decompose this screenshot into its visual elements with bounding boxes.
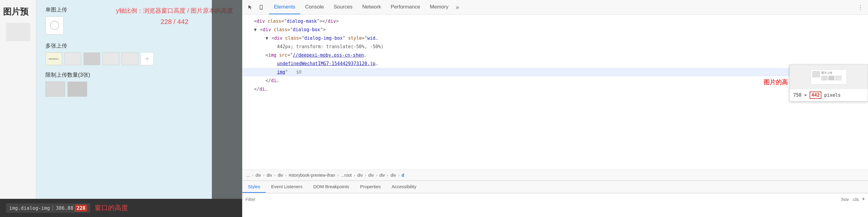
bottom-panel: Styles Event Listeners DOM Breakpoints P… xyxy=(242,181,868,217)
single-upload-box[interactable] xyxy=(45,16,64,34)
bottom-tab-event-listeners[interactable]: Event Listeners xyxy=(266,181,308,193)
preview-inner-box-1 xyxy=(822,76,828,80)
limit-upload-row xyxy=(45,82,236,97)
more-tabs-button[interactable]: » xyxy=(453,4,462,10)
tab-elements[interactable]: Elements xyxy=(269,0,300,14)
tree-line-5: <img src="//deepexi-moby.oss-cn-shen… xyxy=(242,51,868,59)
elements-tree[interactable]: <div class="dialog-mask"></div> ▼ <div c… xyxy=(242,15,868,170)
element-tooltip: 图片上传 750 × 442 pixels xyxy=(789,64,868,102)
upload-thumb-5 xyxy=(122,52,138,65)
filter-input[interactable] xyxy=(245,197,837,202)
limit-upload-label: 限制上传数量(3张) xyxy=(45,71,236,79)
bottom-tab-dom-breakpoints[interactable]: DOM Breakpoints xyxy=(308,181,354,193)
tab-sources[interactable]: Sources xyxy=(329,0,357,14)
upload-thumb-2 xyxy=(64,52,81,65)
breadcrumb-d[interactable]: d xyxy=(400,172,406,178)
mobile-icon-button[interactable] xyxy=(256,2,267,13)
devtools-tabs: Elements Console Sources Network Perform… xyxy=(269,0,453,14)
bottom-tab-styles[interactable]: Styles xyxy=(242,181,266,193)
webpage-content: 单图上传 多张上传 BA00001 + 限制上传数量(3张) xyxy=(36,0,242,199)
breadcrumb-storybook[interactable]: #storybook-preview-ifran xyxy=(287,172,337,178)
window-height-label: 窗口的高度 xyxy=(95,204,128,213)
selector-badge: img.dialog-img │ 386.88 228 xyxy=(6,204,90,213)
selector-width: 386.88 xyxy=(56,205,73,211)
webpage-sidebar: 图片预 xyxy=(0,0,36,217)
breadcrumb-div-2[interactable]: div xyxy=(265,172,274,178)
tab-memory[interactable]: Memory xyxy=(425,0,453,14)
upload-add-button[interactable]: + xyxy=(141,52,153,65)
filter-plus-button[interactable]: + xyxy=(862,196,865,202)
tree-line-6: undefinedWechatIMG7-1544429373120.jp… xyxy=(242,59,868,68)
dark-overlay xyxy=(212,0,242,217)
tree-line-1: <div class="dialog-mask"></div> xyxy=(242,17,868,25)
tooltip-preview: 图片上传 xyxy=(789,65,868,89)
tree-line-2: ▼ <div class="dialog-box"> xyxy=(242,25,868,34)
webpage-panel: 图片预 单图上传 多张上传 BA00001 + xyxy=(0,0,242,217)
upload-thumb-1: BA00001 xyxy=(45,52,62,65)
breadcrumb-div-3[interactable]: div xyxy=(276,172,285,178)
tab-performance[interactable]: Performance xyxy=(386,0,425,14)
breadcrumb-div-4[interactable]: div xyxy=(356,172,364,178)
devtools-toolbar: Elements Console Sources Network Perform… xyxy=(242,0,868,15)
cursor-icon-button[interactable] xyxy=(245,2,256,13)
preview-text-1: 图片上传 xyxy=(822,71,841,75)
selector-height-highlight: 228 xyxy=(75,205,87,212)
multi-upload-label: 多张上传 xyxy=(45,42,236,49)
tooltip-preview-inner: 图片上传 xyxy=(810,70,847,85)
devtools-main: <div class="dialog-mask"></div> ▼ <div c… xyxy=(242,15,868,217)
tree-line-7[interactable]: img" $0 xyxy=(242,68,868,76)
preview-inner-box-3 xyxy=(835,76,841,80)
filter-hov-button[interactable]: :hov xyxy=(840,197,849,202)
upload-thumb-3 xyxy=(84,52,100,65)
breadcrumb-div-7[interactable]: div xyxy=(389,172,397,178)
tab-network[interactable]: Network xyxy=(358,0,386,14)
bottom-tab-accessibility[interactable]: Accessibility xyxy=(386,181,422,193)
breadcrumb-dots[interactable]: ... xyxy=(245,172,251,178)
tree-line-4: 442px; transform: translate(-50%, -50%) xyxy=(242,43,868,51)
tooltip-annotation: 图片的高 xyxy=(764,78,788,86)
breadcrumb-bar: ... › div › div › div › #storybook-previ… xyxy=(242,170,868,181)
tree-line-3: ▼ <div class="dialog-img-box" style="wid… xyxy=(242,34,868,43)
svg-point-1 xyxy=(261,8,261,9)
tab-console[interactable]: Console xyxy=(300,0,329,14)
upload-circle-icon xyxy=(50,21,59,30)
breadcrumb-div-5[interactable]: div xyxy=(367,172,375,178)
tooltip-height-highlight: 442 xyxy=(810,91,822,99)
breadcrumb-div-1[interactable]: div xyxy=(254,172,262,178)
sidebar-item-1 xyxy=(6,23,30,41)
filter-cls-button[interactable]: .cls xyxy=(852,197,859,202)
bottom-status-bar: img.dialog-img │ 386.88 228 窗口的高度 xyxy=(0,199,242,217)
bottom-tabs: Styles Event Listeners DOM Breakpoints P… xyxy=(242,181,868,193)
selector-text: img.dialog-img xyxy=(9,205,50,211)
multi-upload-row: BA00001 + xyxy=(45,52,236,65)
limit-thumb-1 xyxy=(45,82,65,97)
limit-thumb-2 xyxy=(67,82,87,97)
devtools-panel: Elements Console Sources Network Perform… xyxy=(242,0,868,217)
preview-box-1 xyxy=(812,71,820,77)
multi-upload-section: 多张上传 BA00001 + xyxy=(36,42,242,68)
upload-thumb-4 xyxy=(102,52,119,65)
breadcrumb-root[interactable]: ...root xyxy=(339,172,353,178)
sidebar-title: 图片预 xyxy=(0,0,36,21)
devtools-chevron-icon[interactable]: ⋮ xyxy=(855,4,866,10)
bottom-tab-properties[interactable]: Properties xyxy=(355,181,386,193)
devtools-elements-section: <div class="dialog-mask"></div> ▼ <div c… xyxy=(242,15,868,217)
tooltip-preview-row-1: 图片上传 xyxy=(812,71,845,82)
breadcrumb-div-6[interactable]: div xyxy=(378,172,386,178)
selector-separator: │ xyxy=(52,205,55,211)
limit-upload-section: 限制上传数量(3张) xyxy=(36,68,242,100)
tooltip-dims: 750 × 442 pixels xyxy=(789,89,868,101)
filter-bar: :hov .cls + xyxy=(242,193,868,205)
preview-inner-box-2 xyxy=(828,76,834,80)
